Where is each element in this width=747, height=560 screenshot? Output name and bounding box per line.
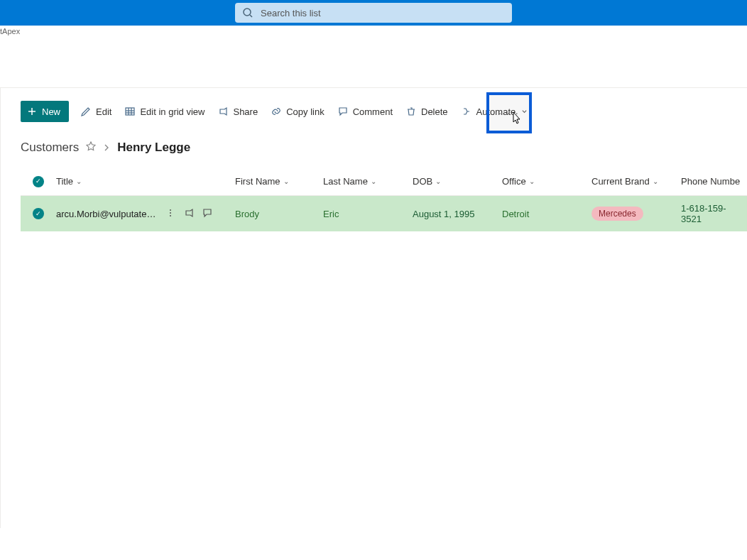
header-spacer — [0, 35, 747, 88]
comment-icon — [337, 106, 349, 117]
chevron-down-icon: ⌄ — [283, 177, 289, 185]
select-all[interactable]: ✓ — [21, 176, 56, 187]
link-icon — [271, 106, 282, 117]
check-circle-icon: ✓ — [33, 208, 44, 219]
column-brand[interactable]: Current Brand ⌄ — [591, 176, 681, 187]
table-header: ✓ Title ⌄ First Name ⌄ Last Name ⌄ DOB ⌄… — [21, 168, 747, 196]
svg-line-1 — [250, 15, 252, 17]
svg-rect-4 — [126, 108, 134, 115]
edit-button[interactable]: Edit — [79, 103, 113, 120]
column-office[interactable]: Office ⌄ — [502, 176, 591, 187]
row-title[interactable]: arcu.Morbi@vulputatedu… — [56, 209, 158, 219]
edit-label: Edit — [96, 106, 111, 117]
svg-point-10 — [170, 212, 171, 214]
row-brand-pill: Mercedes — [591, 207, 643, 221]
grid-icon — [124, 106, 136, 117]
check-circle-icon: ✓ — [33, 176, 44, 187]
row-more-icon[interactable] — [165, 208, 175, 220]
new-label: New — [42, 106, 60, 117]
chevron-down-icon: ⌄ — [371, 177, 376, 185]
top-bar — [0, 0, 747, 26]
trash-icon — [405, 106, 417, 117]
edit-grid-label: Edit in grid view — [140, 106, 205, 117]
comment-button[interactable]: Comment — [336, 103, 394, 120]
search-box[interactable] — [235, 3, 512, 23]
column-first-name[interactable]: First Name ⌄ — [235, 176, 323, 187]
table-row[interactable]: ✓ arcu.Morbi@vulputatedu… Brody Eric — [21, 196, 747, 231]
new-button[interactable]: New — [21, 101, 69, 122]
row-dob: August 1, 1995 — [413, 209, 474, 219]
breadcrumb-root[interactable]: Customers — [21, 141, 79, 155]
chevron-down-icon: ⌄ — [435, 177, 441, 185]
column-dob[interactable]: DOB ⌄ — [413, 176, 502, 187]
command-bar: New Edit — [21, 88, 747, 131]
breadcrumb-current: Henry Legge — [117, 141, 190, 155]
delete-label: Delete — [421, 106, 448, 117]
copy-link-button[interactable]: Copy link — [269, 103, 325, 120]
ellipsis-icon: · · · — [498, 107, 519, 119]
column-last-name[interactable]: Last Name ⌄ — [323, 176, 413, 187]
edit-grid-button[interactable]: Edit in grid view — [123, 103, 206, 120]
svg-point-11 — [170, 215, 171, 216]
share-label: Share — [233, 106, 258, 117]
plus-icon — [26, 106, 38, 117]
row-last-name: Eric — [323, 209, 339, 219]
row-comment-icon[interactable] — [202, 208, 212, 220]
column-phone[interactable]: Phone Numbe — [681, 176, 747, 187]
row-office: Detroit — [502, 209, 529, 219]
chevron-down-icon: ⌄ — [529, 177, 535, 185]
more-actions-button[interactable]: · · · — [486, 92, 532, 133]
row-first-name: Brody — [235, 209, 259, 219]
share-button[interactable]: Share — [216, 103, 259, 120]
search-input[interactable] — [261, 8, 505, 18]
chevron-down-icon: ⌄ — [653, 177, 658, 185]
column-title[interactable]: Title ⌄ — [56, 176, 235, 187]
delete-button[interactable]: Delete — [404, 103, 449, 120]
search-icon — [242, 7, 253, 18]
pencil-icon — [80, 106, 92, 117]
row-phone: 1-618-159-3521 — [681, 203, 746, 224]
star-icon[interactable] — [86, 141, 96, 155]
app-header-small: tApex — [0, 26, 747, 35]
chevron-down-icon: ⌄ — [76, 177, 82, 185]
flow-icon — [461, 106, 472, 117]
svg-point-0 — [244, 9, 251, 16]
comment-label: Comment — [353, 106, 393, 117]
svg-point-9 — [170, 209, 171, 211]
row-select[interactable]: ✓ — [21, 208, 56, 219]
copy-link-label: Copy link — [286, 106, 324, 117]
chevron-right-icon — [103, 143, 110, 153]
share-icon — [217, 106, 229, 117]
breadcrumb: Customers Henry Legge — [21, 131, 747, 168]
row-share-icon[interactable] — [184, 208, 194, 220]
